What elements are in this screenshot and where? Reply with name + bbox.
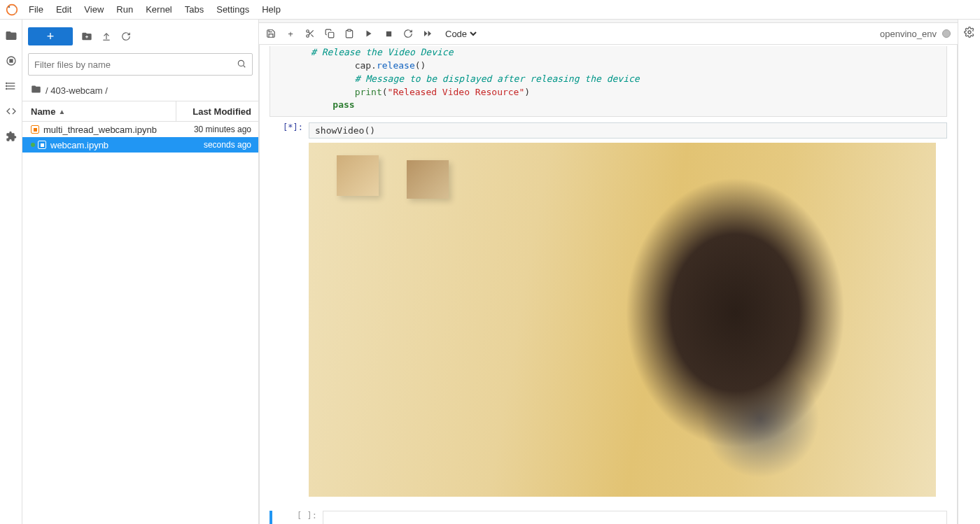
folder-icon	[31, 84, 41, 97]
run-icon[interactable]	[364, 29, 374, 38]
stop-icon[interactable]	[384, 30, 393, 38]
cell-input[interactable]: showVideo()	[309, 122, 947, 139]
svg-point-9	[6, 83, 6, 83]
filter-box[interactable]	[28, 53, 253, 76]
cell-selection-bar	[270, 511, 272, 524]
code-cell-empty[interactable]: [ ]:	[270, 511, 947, 524]
svg-point-1	[8, 6, 10, 7]
svg-point-11	[6, 88, 6, 89]
new-launcher-button[interactable]: +	[28, 27, 73, 45]
menu-kernel[interactable]: Kernel	[139, 1, 178, 17]
svg-line-14	[244, 65, 246, 67]
menu-view[interactable]: View	[78, 1, 110, 17]
file-name: webcam.ipynb	[50, 140, 108, 150]
svg-rect-21	[348, 29, 351, 31]
search-icon	[237, 59, 246, 71]
menu-file[interactable]: File	[22, 1, 50, 17]
svg-point-2	[15, 6, 16, 7]
svg-rect-20	[328, 32, 334, 38]
code-cell-running[interactable]: [*]: showVideo()	[270, 122, 947, 139]
running-icon[interactable]	[5, 55, 18, 67]
file-row[interactable]: multi_thread_webcam.ipynb 30 minutes ago	[22, 122, 258, 137]
cell-prompt: [ ]:	[292, 511, 323, 524]
jupyter-logo	[6, 3, 18, 16]
svg-marker-22	[367, 31, 372, 37]
running-indicator-icon	[31, 143, 35, 147]
menubar: File Edit View Run Kernel Tabs Settings …	[0, 0, 980, 20]
svg-point-16	[307, 35, 309, 38]
extension-icon[interactable]	[5, 130, 18, 143]
right-sidebar	[958, 20, 980, 524]
kernel-name[interactable]: openvino_env	[880, 29, 937, 39]
code-icon[interactable]	[5, 105, 18, 118]
video-output	[309, 143, 936, 497]
copy-icon[interactable]	[325, 29, 335, 38]
menu-tabs[interactable]: Tabs	[178, 1, 210, 17]
toc-icon[interactable]	[5, 80, 18, 92]
property-inspector-icon[interactable]	[964, 27, 975, 40]
breadcrumb[interactable]: / 403-webcam /	[22, 80, 258, 101]
filter-input[interactable]	[34, 59, 237, 70]
menu-edit[interactable]: Edit	[50, 1, 78, 17]
cut-icon[interactable]	[305, 29, 315, 38]
svg-marker-24	[424, 31, 428, 36]
cell-input[interactable]	[323, 511, 947, 524]
file-name: multi_thread_webcam.ipynb	[43, 125, 157, 135]
sort-caret-icon: ▲	[58, 108, 65, 115]
svg-point-15	[307, 30, 309, 33]
file-modified: 30 minutes ago	[169, 125, 251, 134]
column-header-name[interactable]: Name▲	[22, 106, 176, 117]
add-cell-icon[interactable]: +	[286, 29, 295, 39]
notebook-icon	[31, 125, 39, 134]
refresh-icon[interactable]	[120, 31, 132, 42]
svg-line-19	[309, 32, 310, 34]
folder-icon[interactable]	[5, 29, 18, 42]
svg-point-13	[238, 60, 244, 66]
cell-type-select[interactable]: Code	[442, 28, 479, 40]
file-browser: + / 403-webcam / Name▲ Last Modified mul…	[22, 20, 259, 524]
main-area: 401-m× bert_c× 103-p× 001-h× 301-te× 002…	[259, 20, 958, 524]
cell-prompt: [*]:	[270, 122, 309, 132]
paste-icon[interactable]	[344, 29, 354, 38]
restart-icon[interactable]	[403, 29, 413, 38]
code-cell-tail: # Release the Video Device cap.release()…	[270, 46, 947, 117]
new-folder-icon[interactable]	[81, 31, 92, 42]
notebook-body[interactable]: # Release the Video Device cap.release()…	[259, 45, 958, 524]
svg-point-10	[6, 85, 6, 86]
file-row[interactable]: webcam.ipynb seconds ago	[22, 137, 258, 153]
svg-point-3	[15, 13, 16, 14]
fast-forward-icon[interactable]	[423, 29, 433, 38]
svg-rect-23	[386, 31, 391, 36]
file-modified: seconds ago	[169, 140, 251, 150]
menu-help[interactable]: Help	[255, 1, 287, 17]
svg-marker-25	[428, 31, 432, 36]
upload-icon[interactable]	[101, 31, 112, 42]
breadcrumb-path[interactable]: / 403-webcam /	[46, 85, 108, 96]
save-icon[interactable]	[266, 29, 276, 38]
kernel-status-icon[interactable]	[942, 29, 951, 38]
svg-line-18	[311, 34, 313, 36]
svg-rect-5	[10, 59, 13, 62]
menu-settings[interactable]: Settings	[210, 1, 255, 17]
menu-run[interactable]: Run	[110, 1, 139, 17]
column-header-modified[interactable]: Last Modified	[176, 101, 258, 121]
file-list: multi_thread_webcam.ipynb 30 minutes ago…	[22, 122, 258, 524]
activity-bar	[0, 20, 22, 524]
svg-point-26	[968, 31, 971, 34]
notebook-toolbar: + Code openvino_env	[259, 22, 958, 45]
notebook-icon	[38, 141, 46, 149]
